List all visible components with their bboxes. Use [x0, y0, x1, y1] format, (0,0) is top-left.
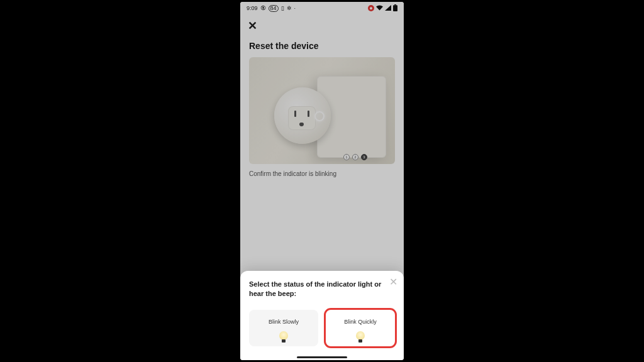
battery-icon	[393, 4, 397, 13]
top-bar: ✕	[240, 14, 404, 37]
sheet-close-icon[interactable]: ✕	[389, 276, 397, 288]
wifi-icon	[376, 5, 383, 12]
page-title: Reset the device	[249, 41, 395, 51]
option-row: Blink Slowly Blink Quickly	[249, 310, 395, 346]
step-dot: 2	[352, 154, 358, 160]
signal-icon	[385, 5, 391, 12]
device-illustration: 1 2 3	[249, 57, 395, 164]
sheet-title: Select the status of the indicator light…	[249, 280, 395, 299]
more-icon: ·	[294, 5, 296, 11]
indicator-ring-icon	[314, 111, 325, 121]
status-bar: 9:09 ⦿ 84 ▯ ✲ · ●	[240, 2, 404, 14]
bulb-icon	[356, 331, 365, 340]
record-icon: ●	[368, 5, 374, 11]
page-content: Reset the device 1 2 3 Confirm the indic…	[240, 37, 404, 181]
bulb-icon	[279, 331, 288, 340]
step-indicator: 1 2 3	[343, 154, 367, 160]
step-dot: 3	[361, 154, 367, 160]
battery-pct-icon: 84	[269, 5, 279, 12]
option-blink-quickly[interactable]: Blink Quickly	[326, 310, 395, 346]
option-label: Blink Quickly	[328, 319, 392, 325]
phone-frame: 9:09 ⦿ 84 ▯ ✲ · ● ✕ Reset the device	[240, 2, 404, 360]
camera-icon: ⦿	[260, 5, 266, 11]
close-icon[interactable]: ✕	[248, 19, 257, 33]
option-blink-slowly[interactable]: Blink Slowly	[249, 310, 318, 346]
image-caption: Confirm the indicator is blinking	[249, 170, 395, 177]
bottom-sheet: ✕ Select the status of the indicator lig…	[240, 271, 404, 360]
home-indicator[interactable]	[297, 356, 347, 358]
option-label: Blink Slowly	[252, 319, 316, 325]
bluetooth-icon: ✲	[287, 5, 292, 11]
svg-rect-0	[394, 4, 396, 5]
svg-rect-1	[393, 5, 397, 11]
status-time: 9:09	[247, 5, 258, 11]
step-dot: 1	[343, 154, 350, 160]
vibrate-icon: ▯	[281, 5, 284, 11]
